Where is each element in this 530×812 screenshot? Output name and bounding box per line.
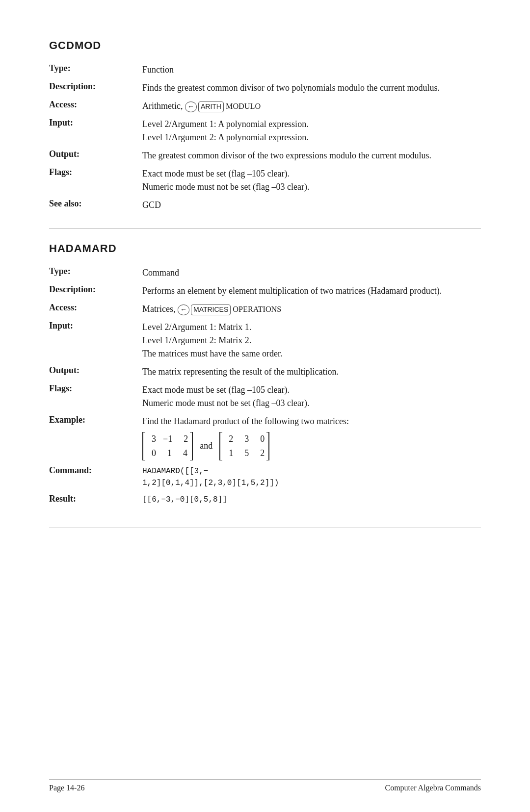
hadamard-access-label: Access:	[49, 300, 142, 318]
matrix2-right-bracket	[266, 432, 269, 460]
hadamard-result-row: Result: [[6,−3,−0][0,5,8]]	[49, 491, 481, 508]
matrix2-row2: 1 5 2	[224, 446, 265, 460]
hadamard-example-value: Find the Hadamard product of the followi…	[142, 412, 481, 463]
footer-right: Computer Algebra Commands	[385, 784, 481, 792]
matrix1: 3 −1 2 0 1 4	[142, 432, 193, 460]
hadamard-result-value: [[6,−3,−0][0,5,8]]	[142, 491, 481, 508]
m2r1c3: 0	[256, 432, 265, 446]
m1r2c1: 0	[147, 446, 156, 460]
hadamard-desc-value: Performs an element by element multiplic…	[142, 282, 481, 300]
hadamard-type-value: Command	[142, 264, 481, 282]
gcdmod-access-text-after: MODULO	[224, 102, 261, 111]
hadamard-output-row: Output: The matrix representing the resu…	[49, 363, 481, 381]
m1r1c3: 2	[179, 432, 188, 446]
hadamard-example-row: Example: Find the Hadamard product of th…	[49, 412, 481, 463]
gcdmod-seealso-label: See also:	[49, 196, 142, 214]
gcdmod-input-value: Level 2/Argument 1: A polynomial express…	[142, 115, 481, 147]
section-divider-1	[49, 228, 481, 228]
gcdmod-access-kbd: ←ARITH	[185, 102, 224, 112]
hadamard-desc-label: Description:	[49, 282, 142, 300]
footer-left: Page 14-26	[49, 784, 84, 792]
left-arrow-key-2: ←	[178, 304, 189, 315]
gcdmod-flags-label: Flags:	[49, 165, 142, 196]
hadamard-access-value: Matrices, ←MATRICES OPERATIONS	[142, 300, 481, 318]
gcdmod-type-value: Function	[142, 61, 481, 79]
gcdmod-output-label: Output:	[49, 147, 142, 165]
hadamard-desc-row: Description: Performs an element by elem…	[49, 282, 481, 300]
hadamard-access-row: Access: Matrices, ←MATRICES OPERATIONS	[49, 300, 481, 318]
matrix1-left-bracket	[142, 432, 145, 460]
m1r2c3: 4	[179, 446, 187, 460]
gcdmod-output-value: The greatest common divisor of the two e…	[142, 147, 481, 165]
hadamard-input-value: Level 2/Argument 1: Matrix 1. Level 1/Ar…	[142, 318, 481, 363]
matrix1-content: 3 −1 2 0 1 4	[147, 432, 188, 460]
hadamard-section: HADAMARD Type: Command Description: Perf…	[49, 242, 481, 508]
matrix2-left-bracket	[219, 432, 222, 460]
gcdmod-section: GCDMOD Type: Function Description: Finds…	[49, 39, 481, 214]
matrix1-right-bracket	[190, 432, 193, 460]
hadamard-output-value: The matrix representing the result of th…	[142, 363, 481, 381]
hadamard-input-line2: Level 1/Argument 2: Matrix 2.	[142, 335, 251, 345]
hadamard-input-label: Input:	[49, 318, 142, 363]
hadamard-command-value: HADAMARD([[3,− 1,2][0,1,4]],[2,3,0][1,5,…	[142, 463, 481, 491]
m2r2c1: 1	[224, 446, 233, 460]
hadamard-access-kbd: ←MATRICES	[178, 304, 231, 315]
m2r2c3: 2	[256, 446, 265, 460]
hadamard-input-row: Input: Level 2/Argument 1: Matrix 1. Lev…	[49, 318, 481, 363]
hadamard-command-line1: HADAMARD([[3,−	[142, 467, 208, 476]
hadamard-access-text-after: OPERATIONS	[231, 305, 281, 314]
gcdmod-seealso-row: See also: GCD	[49, 196, 481, 214]
gcdmod-access-value: Arithmetic, ←ARITH MODULO	[142, 97, 481, 115]
gcdmod-flags-row: Flags: Exact mode must be set (flag –105…	[49, 165, 481, 196]
hadamard-flags-value: Exact mode must be set (flag –105 clear)…	[142, 381, 481, 412]
gcdmod-access-row: Access: Arithmetic, ←ARITH MODULO	[49, 97, 481, 115]
matrix1-row1: 3 −1 2	[147, 432, 188, 446]
m2r2c2: 5	[240, 446, 249, 460]
gcdmod-input-row: Input: Level 2/Argument 1: A polynomial …	[49, 115, 481, 147]
gcdmod-type-label: Type:	[49, 61, 142, 79]
hadamard-matrices: 3 −1 2 0 1 4	[142, 432, 481, 460]
matrix2-row1: 2 3 0	[224, 432, 265, 446]
gcdmod-table: Type: Function Description: Finds the gr…	[49, 61, 481, 214]
hadamard-flags-row: Flags: Exact mode must be set (flag –105…	[49, 381, 481, 412]
gcdmod-type-row: Type: Function	[49, 61, 481, 79]
arith-key: ARITH	[198, 102, 224, 112]
gcdmod-desc-value: Finds the greatest common divisor of two…	[142, 79, 481, 97]
gcdmod-access-label: Access:	[49, 97, 142, 115]
gcdmod-title: GCDMOD	[49, 39, 481, 52]
and-word: and	[200, 439, 212, 453]
m2r1c1: 2	[224, 432, 233, 446]
m2r1c2: 3	[240, 432, 249, 446]
gcdmod-seealso-value: GCD	[142, 196, 481, 214]
gcdmod-desc-label: Description:	[49, 79, 142, 97]
hadamard-input-line3: The matrices must have the same order.	[142, 349, 282, 358]
m1r2c2: 1	[163, 446, 172, 460]
hadamard-type-row: Type: Command	[49, 264, 481, 282]
gcdmod-input-label: Input:	[49, 115, 142, 147]
matrix1-row2: 0 1 4	[147, 446, 188, 460]
hadamard-title: HADAMARD	[49, 242, 481, 255]
hadamard-result-label: Result:	[49, 491, 142, 508]
hadamard-table: Type: Command Description: Performs an e…	[49, 264, 481, 508]
section-divider-2	[49, 528, 481, 528]
m1r1c1: 3	[147, 432, 156, 446]
hadamard-example-label: Example:	[49, 412, 142, 463]
left-arrow-key: ←	[185, 102, 197, 112]
hadamard-command-line2: 1,2][0,1,4]],[2,3,0][1,5,2]])	[142, 479, 279, 487]
gcdmod-desc-row: Description: Finds the greatest common d…	[49, 79, 481, 97]
hadamard-output-label: Output:	[49, 363, 142, 381]
hadamard-flags-label: Flags:	[49, 381, 142, 412]
hadamard-access-text-before: Matrices,	[142, 304, 178, 314]
hadamard-example-text: Find the Hadamard product of the followi…	[142, 416, 349, 426]
gcdmod-access-text-before: Arithmetic,	[142, 101, 185, 111]
gcdmod-flags-value: Exact mode must be set (flag –105 clear)…	[142, 165, 481, 196]
matrix2-content: 2 3 0 1 5 2	[224, 432, 265, 460]
page-footer: Page 14-26 Computer Algebra Commands	[49, 779, 481, 792]
matrix2: 2 3 0 1 5 2	[219, 432, 269, 460]
m1r1c2: −1	[163, 432, 172, 446]
hadamard-command-label: Command:	[49, 463, 142, 491]
hadamard-command-row: Command: HADAMARD([[3,− 1,2][0,1,4]],[2,…	[49, 463, 481, 491]
matrices-key: MATRICES	[191, 304, 231, 315]
hadamard-input-line1: Level 2/Argument 1: Matrix 1.	[142, 322, 251, 332]
gcdmod-output-row: Output: The greatest common divisor of t…	[49, 147, 481, 165]
